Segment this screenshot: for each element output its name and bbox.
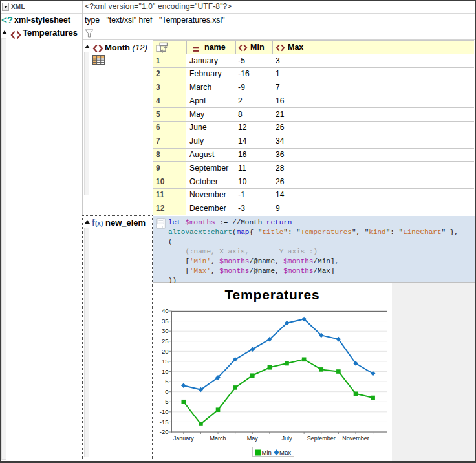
svg-text:Temperatures: Temperatures	[225, 287, 320, 302]
svg-text:March: March	[210, 435, 226, 442]
svg-text:0: 0	[165, 388, 168, 395]
svg-text:15: 15	[162, 358, 169, 365]
svg-text:Max: Max	[279, 449, 291, 456]
svg-text:35: 35	[162, 318, 169, 325]
svg-text:July: July	[282, 435, 293, 442]
svg-text:20: 20	[162, 348, 169, 355]
svg-text:25: 25	[162, 338, 169, 345]
svg-text:40: 40	[162, 307, 169, 314]
svg-text:-15: -15	[160, 418, 169, 425]
svg-text:-10: -10	[160, 408, 169, 415]
svg-text:Min: Min	[262, 449, 272, 456]
svg-text:30: 30	[162, 327, 169, 334]
svg-text:-20: -20	[160, 428, 169, 435]
svg-text:10: 10	[162, 368, 169, 375]
svg-text:September: September	[307, 435, 336, 442]
svg-text:5: 5	[165, 378, 168, 385]
svg-text:November: November	[342, 435, 369, 442]
svg-text:January: January	[173, 435, 195, 442]
svg-text:May: May	[247, 435, 259, 442]
svg-text:-5: -5	[163, 398, 168, 405]
